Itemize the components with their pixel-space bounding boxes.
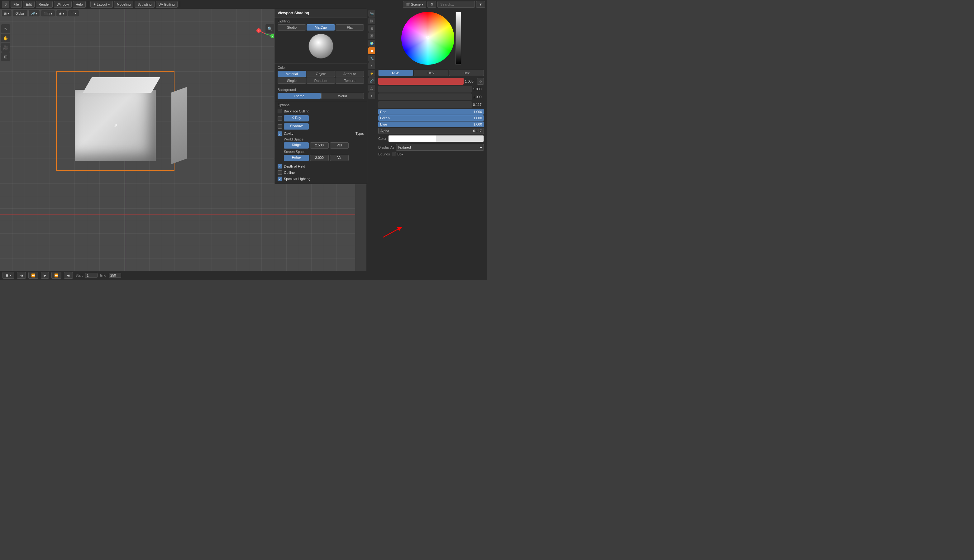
shadow-checkbox[interactable]: [278, 124, 282, 128]
blue-row-display[interactable]: Blue 1.000: [378, 122, 484, 127]
search-input[interactable]: [437, 1, 475, 8]
object-btn[interactable]: Object: [307, 71, 335, 77]
render-engine[interactable]: ⚙: [427, 1, 436, 8]
red-channel-field[interactable]: [378, 78, 464, 85]
material-icon[interactable]: ●: [368, 92, 375, 99]
playback-play-btn[interactable]: ▶: [41, 272, 49, 279]
modifier-icon[interactable]: 🔧: [368, 55, 375, 62]
playback-start-btn[interactable]: ⏮: [17, 272, 26, 279]
bounds-checkbox[interactable]: [392, 152, 396, 157]
physics-icon[interactable]: ⚡: [368, 70, 375, 77]
start-frame-input[interactable]: [85, 273, 98, 278]
playback-end-btn[interactable]: ⏭: [64, 272, 73, 279]
particles-icon[interactable]: ✦: [368, 62, 375, 69]
rgb-tab[interactable]: RGB: [378, 70, 413, 76]
studio-btn[interactable]: Studio: [278, 24, 306, 30]
xray-field[interactable]: X-Ray: [284, 115, 309, 122]
output-props-icon[interactable]: 🖼: [368, 17, 375, 24]
playback-prev-btn[interactable]: ⏪: [28, 272, 38, 279]
red-eyedropper[interactable]: ⌾: [477, 78, 484, 85]
menu-render[interactable]: Render: [36, 1, 53, 8]
xray-checkbox[interactable]: [278, 116, 282, 120]
outline-checkbox[interactable]: [278, 170, 282, 175]
shadow-field[interactable]: Shadow: [284, 123, 309, 130]
red-row-display[interactable]: Red 1.000: [378, 109, 484, 115]
ridge-screen-val[interactable]: 2.000: [310, 155, 329, 161]
render-props-icon[interactable]: 📷: [368, 10, 375, 17]
3d-cube[interactable]: ⊕: [56, 71, 175, 171]
alpha-channel-field[interactable]: [378, 101, 472, 108]
scene-select[interactable]: 🎬 Scene ▾: [403, 1, 426, 8]
menu-help[interactable]: Help: [73, 1, 86, 8]
theme-btn[interactable]: Theme: [278, 93, 320, 99]
proportional-btn[interactable]: ◉ ▾: [56, 10, 67, 17]
blue-label: Blue: [380, 122, 387, 126]
viewport-toolbar: ⊞ ▾ Global 🔗 ▾ ⬛◻ ▾ ◉ ▾ ⌒ ▾: [1, 10, 79, 17]
attribute-btn[interactable]: Attribute: [335, 71, 364, 77]
sep2: [180, 1, 180, 7]
cursor-tool[interactable]: ↖: [1, 24, 10, 33]
scene-props-icon[interactable]: 🎬: [368, 32, 375, 39]
timeline-btn[interactable]: ⏹ ▾: [2, 272, 14, 279]
modeling-btn[interactable]: Modeling: [114, 1, 133, 8]
cavity-checkbox[interactable]: [278, 132, 282, 136]
blue-channel-field[interactable]: [378, 93, 472, 100]
dof-checkbox[interactable]: [278, 164, 282, 168]
flat-btn[interactable]: Flat: [335, 24, 364, 30]
texture-btn[interactable]: Texture: [335, 78, 364, 84]
valley-world-val[interactable]: Vall: [330, 142, 349, 148]
green-row-display[interactable]: Green 1.000: [378, 115, 484, 121]
ridge-screen-btn[interactable]: Ridge: [284, 155, 309, 161]
layout-select[interactable]: ✦ Layout ▾: [90, 1, 113, 8]
bottombar: ⏹ ▾ ⏮ ⏪ ▶ ⏩ ⏭ Start End: [0, 271, 487, 280]
view-layer-icon[interactable]: ⊞: [368, 25, 375, 32]
world-props-icon[interactable]: 🌍: [368, 40, 375, 47]
red-display-value: 1.000: [473, 110, 482, 114]
lighting-options: Studio MatCap Flat: [278, 24, 364, 30]
object-props-icon[interactable]: ◼: [368, 47, 375, 54]
alpha-value: 0.117: [473, 103, 484, 107]
valley-screen-val[interactable]: Va: [330, 155, 349, 161]
options-section: Options Backface Culling X-Ray Shadow Ca…: [275, 101, 367, 184]
bounds-checkbox-container: Box: [392, 152, 403, 157]
shading-toggle[interactable]: ⬛◻ ▾: [41, 10, 55, 17]
sculpting-btn[interactable]: Sculpting: [135, 1, 154, 8]
viewport-shading-panel: Viewport Shading Lighting Studio MatCap …: [274, 9, 367, 184]
filter-btn[interactable]: ▼: [476, 1, 485, 8]
material-btn[interactable]: Material: [278, 71, 306, 77]
display-as-select[interactable]: Textured: [396, 144, 484, 151]
snap-btn[interactable]: 🔗 ▾: [28, 10, 40, 17]
ridge-world-btn[interactable]: Ridge: [284, 142, 309, 148]
specular-checkbox[interactable]: [278, 177, 282, 181]
backface-culling-checkbox[interactable]: [278, 109, 282, 113]
curve-btn[interactable]: ⌒ ▾: [68, 10, 79, 17]
menu-file[interactable]: File: [11, 1, 22, 8]
menu-window[interactable]: Window: [54, 1, 72, 8]
data-props-icon[interactable]: △: [368, 85, 375, 92]
end-frame-input[interactable]: [109, 273, 121, 278]
constraints-icon[interactable]: 🔗: [368, 77, 375, 84]
global-mode-btn[interactable]: Global: [13, 10, 27, 17]
brightness-bar[interactable]: [455, 12, 461, 65]
move-tool[interactable]: ✋: [1, 33, 10, 42]
matcap-btn[interactable]: MatCap: [307, 24, 335, 30]
hex-tab[interactable]: Hex: [449, 70, 484, 76]
single-btn[interactable]: Single: [278, 78, 306, 84]
random-btn[interactable]: Random: [307, 78, 335, 84]
color-wheel[interactable]: [401, 12, 454, 65]
editor-type-btn[interactable]: ⊞ ▾: [1, 10, 12, 17]
app-logo[interactable]: B: [2, 1, 9, 8]
specular-label: Specular Lighting: [284, 177, 310, 181]
scale-tool[interactable]: ⊞: [1, 52, 10, 61]
menu-edit[interactable]: Edit: [23, 1, 35, 8]
playback-next-btn[interactable]: ⏩: [52, 272, 62, 279]
alpha-row-display[interactable]: Alpha 0.117: [378, 128, 484, 134]
uv-btn[interactable]: UV Editing: [156, 1, 178, 8]
hsv-tab[interactable]: HSV: [414, 70, 449, 76]
world-btn[interactable]: World: [321, 93, 364, 99]
matcap-sphere[interactable]: [309, 33, 334, 58]
rotate-tool[interactable]: 🎥: [1, 43, 10, 52]
zoom-region-tool[interactable]: 🔍: [265, 24, 274, 33]
ridge-world-val[interactable]: 2.500: [310, 142, 329, 148]
green-channel-field[interactable]: [378, 86, 472, 93]
